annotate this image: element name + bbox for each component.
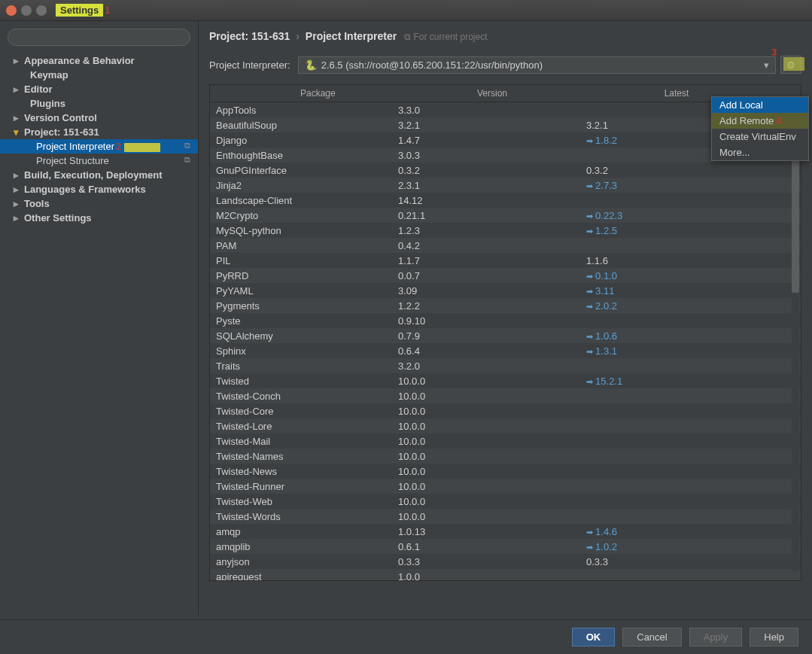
- table-row[interactable]: PyYAML3.093.11: [210, 283, 801, 298]
- ok-button[interactable]: OK: [572, 628, 616, 646]
- sidebar-item-appearance-behavior[interactable]: ▸Appearance & Behavior: [0, 53, 198, 68]
- sidebar-item-project-structure[interactable]: Project Structure⧉: [0, 154, 198, 168]
- table-row[interactable]: Traits3.2.0: [210, 358, 801, 373]
- interpreter-select[interactable]: 🐍 2.6.5 (ssh://root@10.65.200.151:22/usr…: [298, 56, 776, 74]
- sidebar-item-other-settings[interactable]: ▸Other Settings: [0, 211, 198, 225]
- help-button[interactable]: Help: [750, 628, 798, 646]
- cell-latest: 1.1.6: [586, 255, 767, 266]
- cell-package: PyYAML: [210, 285, 398, 297]
- sidebar-item-label: Tools: [24, 198, 50, 209]
- settings-sidebar: ⌕ ▸Appearance & BehaviorKeymap▸EditorPlu…: [0, 21, 199, 616]
- table-row[interactable]: MySQL-python1.2.31.2.5: [210, 223, 801, 238]
- col-version[interactable]: Version: [398, 85, 586, 102]
- copy-icon: ⧉: [184, 155, 190, 165]
- sidebar-item-plugins[interactable]: Plugins: [0, 96, 198, 111]
- table-row[interactable]: SQLAlchemy0.7.91.0.6: [210, 328, 801, 343]
- table-row[interactable]: apirequest1.0.0: [210, 569, 801, 581]
- sidebar-item-version-control[interactable]: ▸Version Control: [0, 111, 198, 125]
- apply-button[interactable]: Apply: [689, 628, 743, 646]
- sidebar-item-label: Appearance & Behavior: [24, 55, 135, 66]
- annotation-3: 3: [771, 47, 777, 58]
- table-row[interactable]: Twisted-Web10.0.0: [210, 494, 801, 509]
- sidebar-item-build-execution-deployment[interactable]: ▸Build, Execution, Deployment: [0, 168, 198, 182]
- cell-package: Pyste: [210, 315, 398, 327]
- sidebar-item-tools[interactable]: ▸Tools: [0, 196, 198, 211]
- interpreter-label: Project Interpreter:: [209, 59, 290, 71]
- python-icon: 🐍: [305, 59, 317, 71]
- cell-package: Twisted-Names: [210, 451, 398, 462]
- search-input[interactable]: [8, 29, 190, 46]
- window-minimize-icon[interactable]: [21, 5, 32, 16]
- cell-version: 1.2.3: [398, 225, 586, 236]
- table-row[interactable]: Landscape-Client14.12: [210, 193, 801, 208]
- cell-package: PIL: [210, 255, 398, 266]
- sidebar-item-label: Project Interpreter: [36, 141, 114, 152]
- table-row[interactable]: Twisted-News10.0.0: [210, 464, 801, 479]
- cell-package: Pygments: [210, 300, 398, 312]
- cell-version: 2.3.1: [398, 180, 586, 191]
- table-row[interactable]: amqp1.0.131.4.6: [210, 524, 801, 539]
- cell-package: Twisted-Words: [210, 511, 398, 522]
- sidebar-item-languages-frameworks[interactable]: ▸Languages & Frameworks: [0, 182, 198, 196]
- table-row[interactable]: PAM0.4.2: [210, 238, 801, 253]
- dropdown-item-create-virtualenv[interactable]: Create VirtualEnv: [712, 129, 808, 144]
- sidebar-item-label: Version Control: [24, 112, 97, 123]
- cancel-button[interactable]: Cancel: [622, 628, 681, 646]
- cell-package: PyRRD: [210, 270, 398, 281]
- table-row[interactable]: GnuPGInterface0.3.20.3.2: [210, 163, 801, 178]
- table-row[interactable]: Twisted-Lore10.0.0: [210, 418, 801, 433]
- cell-package: apirequest: [210, 571, 398, 582]
- cell-latest: 1.0.2: [586, 541, 767, 552]
- tree-toggle-icon: ▾: [14, 126, 21, 138]
- table-row[interactable]: Pyste0.9.10: [210, 313, 801, 328]
- table-row[interactable]: Twisted10.0.015.2.1: [210, 373, 801, 388]
- cell-package: Twisted-Lore: [210, 421, 398, 432]
- breadcrumb-sep: ›: [296, 30, 300, 42]
- cell-latest: 0.1.0: [586, 270, 767, 281]
- sidebar-item-label: Plugins: [30, 98, 65, 109]
- table-row[interactable]: Twisted-Core10.0.0: [210, 403, 801, 418]
- table-row[interactable]: amqplib0.6.11.0.2: [210, 539, 801, 554]
- annotation-1: 1: [105, 5, 110, 16]
- sidebar-item-label: Other Settings: [24, 212, 92, 224]
- sidebar-item-project-151-631[interactable]: ▾Project: 151-631: [0, 125, 198, 139]
- sidebar-item-project-interpreter[interactable]: Project Interpreter2⧉: [0, 139, 198, 154]
- cell-package: Twisted-News: [210, 466, 398, 477]
- table-row[interactable]: M2Crypto0.21.10.22.3: [210, 208, 801, 223]
- cell-version: 10.0.0: [398, 376, 586, 387]
- table-row[interactable]: PIL1.1.71.1.6: [210, 253, 801, 268]
- table-row[interactable]: Pygments1.2.22.0.2: [210, 298, 801, 313]
- window-maximize-icon[interactable]: [36, 5, 47, 16]
- gear-icon: ⚙: [786, 59, 795, 71]
- cell-package: BeautifulSoup: [210, 120, 398, 131]
- table-row[interactable]: Twisted-Words10.0.0: [210, 509, 801, 524]
- cell-version: 10.0.0: [398, 466, 586, 477]
- table-row[interactable]: Twisted-Runner10.0.0: [210, 479, 801, 494]
- table-row[interactable]: Twisted-Conch10.0.0: [210, 388, 801, 403]
- interpreter-settings-button[interactable]: ⚙: [780, 56, 801, 74]
- cell-package: anyjson: [210, 556, 398, 567]
- table-row[interactable]: PyRRD0.0.70.1.0: [210, 268, 801, 283]
- breadcrumb-leaf: Project Interpreter: [306, 30, 397, 42]
- table-row[interactable]: Sphinx0.6.41.3.1: [210, 343, 801, 358]
- cell-version: 0.21.1: [398, 210, 586, 221]
- cell-latest: 2.7.3: [586, 180, 767, 191]
- cell-version: 10.0.0: [398, 436, 586, 447]
- sidebar-item-editor[interactable]: ▸Editor: [0, 82, 198, 96]
- dropdown-item-more-[interactable]: More...: [712, 144, 808, 160]
- table-row[interactable]: Twisted-Mail10.0.0: [210, 433, 801, 449]
- table-row[interactable]: Jinja22.3.12.7.3: [210, 178, 801, 193]
- cell-version: 1.2.2: [398, 300, 586, 312]
- table-row[interactable]: anyjson0.3.30.3.3: [210, 554, 801, 569]
- window-close-icon[interactable]: [6, 5, 17, 16]
- cell-version: 1.1.7: [398, 255, 586, 266]
- table-row[interactable]: Twisted-Names10.0.0: [210, 449, 801, 464]
- dropdown-item-add-local[interactable]: Add Local: [712, 97, 808, 113]
- dropdown-item-add-remote[interactable]: Add Remote4: [712, 113, 808, 129]
- scrollbar[interactable]: [792, 105, 799, 571]
- col-package[interactable]: Package: [210, 85, 398, 102]
- cell-version: 10.0.0: [398, 406, 586, 417]
- cell-version: 10.0.0: [398, 481, 586, 492]
- sidebar-item-keymap[interactable]: Keymap: [0, 68, 198, 82]
- settings-tree: ▸Appearance & BehaviorKeymap▸EditorPlugi…: [0, 53, 198, 225]
